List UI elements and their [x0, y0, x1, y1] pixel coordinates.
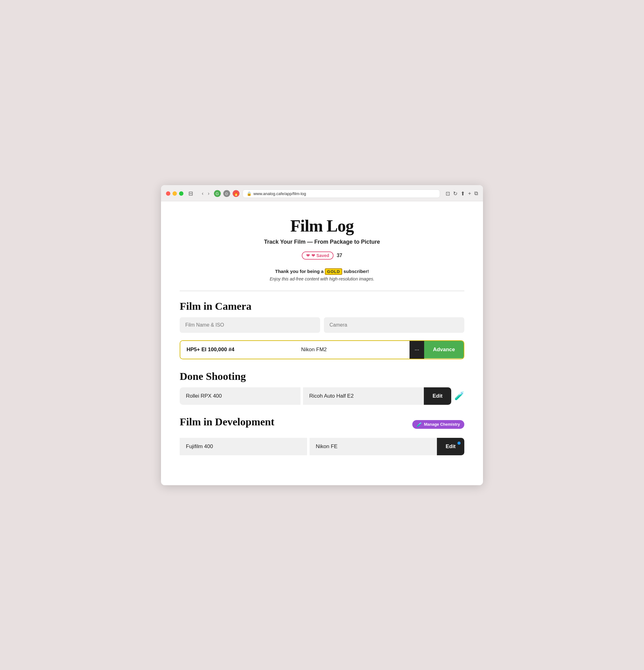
page-content: Film Log Track Your Film — From Package …	[161, 201, 483, 485]
development-section-header: Film in Development 🧪 Manage Chemistry	[180, 416, 464, 433]
extension-icon-2: ⊙	[223, 190, 230, 197]
done-shooting-title: Done Shooting	[180, 371, 464, 383]
back-button[interactable]: ‹	[201, 190, 205, 197]
maximize-button[interactable]	[179, 191, 183, 196]
blue-dot-indicator	[457, 442, 461, 445]
url-text: www.analog.cafe/app/film-log	[254, 191, 436, 196]
camera-input[interactable]	[324, 317, 464, 333]
refresh-button[interactable]: ↻	[453, 190, 457, 197]
flask-button[interactable]: 🧪	[454, 391, 464, 401]
film-name-iso-input[interactable]	[180, 317, 320, 333]
forward-button[interactable]: ›	[206, 190, 210, 197]
active-film-name: HP5+ EI 100,000 #4	[180, 341, 295, 358]
dev-film-camera: Nikon FE	[310, 438, 437, 455]
saved-badge[interactable]: ❤ ❤ Saved	[302, 252, 333, 259]
saved-label: ❤ Saved	[312, 253, 329, 258]
extension-icon-3: 🔥	[233, 190, 239, 197]
subscriber-text-post: subscriber!	[343, 269, 369, 274]
new-tab-button[interactable]: +	[468, 190, 471, 197]
subscriber-text-pre: Thank you for being a	[275, 269, 324, 274]
subscriber-text: Thank you for being a GOLD subscriber!	[180, 268, 464, 275]
translate-button[interactable]: ⊡	[446, 190, 450, 197]
done-film-name: Rollei RPX 400	[180, 387, 301, 405]
gold-badge: GOLD	[325, 268, 342, 275]
traffic-lights	[166, 191, 183, 196]
advance-button[interactable]: Advance	[424, 341, 464, 358]
dev-film-name: Fujifilm 400	[180, 438, 307, 455]
done-shooting-section: Done Shooting Rollei RPX 400 Ricoh Auto …	[180, 371, 464, 405]
saved-badge-row: ❤ ❤ Saved 37	[180, 252, 464, 259]
active-film-row: HP5+ EI 100,000 #4 Nikon FM2 ··· Advance	[180, 340, 464, 359]
share-button[interactable]: ⬆	[461, 190, 465, 197]
close-button[interactable]	[166, 191, 170, 196]
film-input-row	[180, 317, 464, 333]
browser-chrome: ⊟ ‹ › G ⊙ 🔥 🔒 www.analog.cafe/app/film-l…	[161, 185, 483, 201]
browser-nav-controls: ‹ ›	[201, 190, 211, 197]
tabs-button[interactable]: ⧉	[474, 190, 478, 197]
browser-action-buttons: ⊡ ↻ ⬆ + ⧉	[446, 190, 478, 197]
done-shooting-film-row: Rollei RPX 400 Ricoh Auto Half E2 Edit 🧪	[180, 387, 464, 405]
film-in-camera-section: Film in Camera HP5+ EI 100,000 #4 Nikon …	[180, 300, 464, 359]
page-title: Film Log	[180, 216, 464, 236]
flask-small-icon: 🧪	[417, 422, 422, 427]
manage-chemistry-label: Manage Chemistry	[424, 422, 460, 427]
manage-chemistry-button[interactable]: 🧪 Manage Chemistry	[412, 420, 464, 429]
lock-icon: 🔒	[247, 191, 251, 196]
browser-window: ⊟ ‹ › G ⊙ 🔥 🔒 www.analog.cafe/app/film-l…	[161, 185, 483, 485]
heart-icon: ❤	[306, 253, 310, 258]
extension-icons: G ⊙ 🔥	[214, 190, 239, 197]
address-bar[interactable]: 🔒 www.analog.cafe/app/film-log	[243, 189, 440, 198]
page-subtitle: Track Your Film — From Package to Pictur…	[180, 239, 464, 245]
minimize-button[interactable]	[173, 191, 177, 196]
grammarly-icon: G	[214, 190, 221, 197]
subscriber-sub-text: Enjoy this ad-free content with high-res…	[180, 277, 464, 281]
film-in-development-section: Film in Development 🧪 Manage Chemistry F…	[180, 416, 464, 455]
film-in-camera-title: Film in Camera	[180, 300, 464, 312]
done-film-camera: Ricoh Auto Half E2	[303, 387, 424, 405]
film-in-development-title: Film in Development	[180, 416, 274, 428]
sidebar-toggle-button[interactable]: ⊟	[187, 189, 195, 198]
dev-edit-button[interactable]: Edit	[437, 438, 464, 455]
active-film-camera: Nikon FM2	[295, 341, 410, 358]
dev-film-row: Fujifilm 400 Nikon FE Edit	[180, 438, 464, 455]
done-edit-button[interactable]: Edit	[424, 387, 451, 405]
film-row-dots-button[interactable]: ···	[410, 341, 424, 359]
subscriber-box: Thank you for being a GOLD subscriber! E…	[180, 268, 464, 281]
saved-count: 37	[337, 253, 342, 258]
